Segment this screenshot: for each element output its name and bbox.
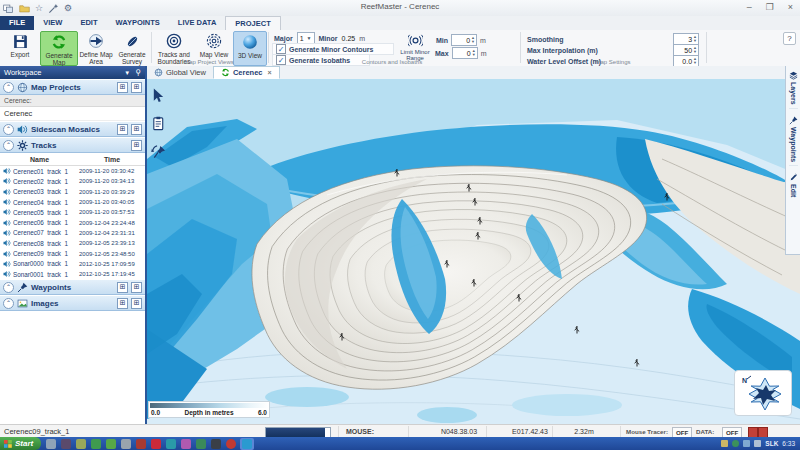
expand-all-button[interactable]: ⊞ [117, 82, 128, 93]
add-image-button[interactable]: ⊞ [131, 298, 142, 309]
menu-tab-waypoints[interactable]: WAYPOINTS [107, 16, 169, 30]
max-input[interactable]: 0▲▼ [452, 47, 478, 59]
generate-map-button[interactable]: Generate Map [40, 31, 78, 66]
collapse-icon[interactable]: ⌃ [3, 140, 14, 151]
column-name[interactable]: Name [0, 156, 79, 163]
track-row[interactable]: Cerenec09_track_12009-12-05 23:48:50 [0, 248, 145, 258]
tab-cerenec[interactable]: Cerenec × [213, 66, 280, 79]
tab-edit[interactable]: Edit [789, 170, 798, 200]
tab-layers[interactable]: Layers [789, 68, 798, 109]
language-indicator[interactable]: SLK [765, 440, 778, 447]
taskbar-app-icon[interactable] [76, 439, 86, 449]
section-tracks[interactable]: ⌃ Tracks ⊞ [0, 137, 145, 153]
section-waypoints[interactable]: ⌃ Waypoints ⊞ ⊞ [0, 279, 145, 295]
taskbar-app-icon[interactable] [196, 439, 206, 449]
section-images[interactable]: ⌃ Images ⊞ ⊞ [0, 295, 145, 311]
selected-project-header: Cerenec: [0, 95, 145, 107]
track-row[interactable]: Sonar0000_track_12012-10-25 17:09:59 [0, 259, 145, 269]
compass-rose[interactable]: N [734, 370, 792, 416]
expand-all-button[interactable]: ⊞ [117, 298, 128, 309]
tab-waypoints[interactable]: Waypoints [789, 113, 798, 166]
tray-network-icon[interactable] [743, 440, 750, 447]
track-row[interactable]: Cerenec03_track_12009-11-20 03:39:29 [0, 187, 145, 197]
menu-tab-file[interactable]: FILE [0, 16, 34, 30]
right-tab-strip: Layers Waypoints Edit [785, 66, 800, 255]
track-row[interactable]: Cerenec04_track_12009-11-20 03:40:05 [0, 197, 145, 207]
section-map-projects[interactable]: ⌃ Map Projects ⊞ ⊞ [0, 79, 145, 95]
map-canvas-3d[interactable] [147, 79, 800, 424]
menu-tab-project[interactable]: PROJECT [225, 16, 280, 30]
track-row[interactable]: Sonar0001_track_12012-10-25 17:19:45 [0, 269, 145, 279]
export-icon [2, 32, 38, 50]
notes-clipboard-tool[interactable] [151, 116, 166, 131]
taskbar-app-icon[interactable] [226, 439, 236, 449]
track-row[interactable]: Cerenec06_track_12009-12-04 23:24:48 [0, 217, 145, 227]
track-row[interactable]: Cerenec08_track_12009-12-05 23:39:13 [0, 238, 145, 248]
spinner-arrows-icon[interactable]: ▲▼ [472, 49, 476, 57]
start-button[interactable]: Start [0, 437, 41, 450]
track-row[interactable]: Cerenec07_track_12009-12-04 23:31:31 [0, 228, 145, 238]
collapse-icon[interactable]: ⌃ [3, 298, 14, 309]
taskbar-app-icon[interactable] [151, 439, 161, 449]
menu-tab-edit[interactable]: EDIT [71, 16, 106, 30]
define-map-area-icon [78, 32, 114, 50]
tray-shield-icon[interactable] [732, 440, 739, 447]
menu-tab-view[interactable]: VIEW [34, 16, 71, 30]
legend-min: 0.0 [151, 409, 160, 416]
map-area: Global View Cerenec × [147, 66, 800, 424]
track-row[interactable]: Cerenec05_track_12009-11-20 03:57:53 [0, 207, 145, 217]
tray-folder-icon[interactable] [721, 440, 728, 447]
add-waypoint-tool[interactable] [151, 144, 166, 159]
collapse-icon[interactable]: ⌃ [3, 282, 14, 293]
spinner-arrows-icon[interactable]: ▲▼ [471, 36, 475, 44]
collapse-icon[interactable]: ⌃ [3, 82, 14, 93]
close-button[interactable]: × [785, 2, 796, 12]
tab-global-view[interactable]: Global View [147, 66, 213, 79]
spinner-arrows-icon[interactable]: ▲▼ [693, 46, 697, 54]
track-row[interactable]: Cerenec02_track_12009-11-20 03:34:13 [0, 176, 145, 186]
limit-minor-range-button[interactable]: Limit Minor Range [398, 33, 432, 62]
add-mosaic-button[interactable]: ⊞ [131, 124, 142, 135]
max-interpolation-label: Max Interpolation (m) [527, 47, 673, 54]
taskbar-app-icon[interactable] [91, 439, 101, 449]
generate-survey-lines-button[interactable]: Generate Survey Lines [114, 31, 150, 64]
taskbar-app-icon[interactable] [46, 439, 56, 449]
image-icon [17, 298, 28, 309]
column-time[interactable]: Time [79, 156, 145, 163]
collapse-icon[interactable]: ⌃ [3, 124, 14, 135]
project-item[interactable]: Cerenec [0, 107, 145, 121]
help-button[interactable]: ? [783, 32, 796, 45]
tracks-and-boundaries-icon [154, 32, 194, 50]
taskbar-app-icon[interactable] [136, 439, 146, 449]
add-project-button[interactable]: ⊞ [131, 82, 142, 93]
define-map-area-button[interactable]: Define Map Area [78, 31, 114, 64]
3d-view-icon [234, 33, 266, 51]
export-button[interactable]: Export [2, 31, 38, 64]
clock[interactable]: 6:33 [782, 440, 795, 447]
map-settings-group-label: Map Settings [527, 59, 699, 65]
section-sidescan-mosaics[interactable]: ⌃ Sidescan Mosaics ⊞ ⊞ [0, 121, 145, 137]
track-row[interactable]: Cerenec01_track_12009-11-20 03:30:42 [0, 166, 145, 176]
taskbar-app-icon[interactable] [181, 439, 191, 449]
panel-pin-icon[interactable]: ⚲ [135, 68, 141, 77]
menu-tab-live-data[interactable]: LIVE DATA [169, 16, 225, 30]
add-waypoint-button[interactable]: ⊞ [131, 282, 142, 293]
taskbar-app-icon[interactable] [211, 439, 221, 449]
expand-all-button[interactable]: ⊞ [117, 124, 128, 135]
tray-volume-icon[interactable] [754, 440, 761, 447]
minimize-button[interactable]: – [744, 2, 755, 12]
panel-menu-icon[interactable]: ▼ [124, 70, 130, 76]
spinner-arrows-icon[interactable]: ▲▼ [693, 35, 697, 43]
expand-all-button[interactable]: ⊞ [117, 282, 128, 293]
min-input[interactable]: 0▲▼ [451, 34, 477, 46]
taskbar-app-icon[interactable] [61, 439, 71, 449]
add-track-button[interactable]: ⊞ [131, 140, 142, 151]
select-cursor-tool[interactable] [151, 88, 166, 103]
restore-button[interactable]: ❐ [763, 2, 777, 12]
minor-interval-value[interactable]: 0.25 [342, 35, 356, 42]
taskbar-app-icon[interactable] [166, 439, 176, 449]
taskbar-app-icon[interactable] [106, 439, 116, 449]
close-tab-icon[interactable]: × [268, 69, 272, 76]
taskbar-active-app[interactable] [240, 438, 254, 450]
taskbar-app-icon[interactable] [121, 439, 131, 449]
